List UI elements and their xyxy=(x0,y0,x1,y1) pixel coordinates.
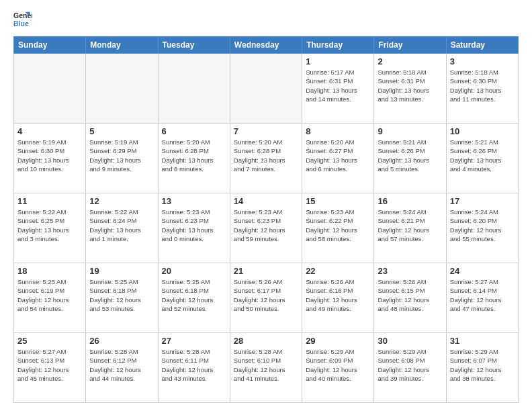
day-detail: Sunrise: 5:25 AM Sunset: 6:18 PM Dayligh… xyxy=(89,277,154,313)
calendar-header-monday: Monday xyxy=(86,37,158,54)
day-detail: Sunrise: 5:18 AM Sunset: 6:30 PM Dayligh… xyxy=(450,68,515,103)
table-row: 25Sunrise: 5:27 AM Sunset: 6:13 PM Dayli… xyxy=(14,333,86,403)
logo: GeneralBlue xyxy=(13,11,32,30)
day-detail: Sunrise: 5:24 AM Sunset: 6:20 PM Dayligh… xyxy=(450,208,515,243)
day-number: 1 xyxy=(306,56,370,66)
day-detail: Sunrise: 5:21 AM Sunset: 6:26 PM Dayligh… xyxy=(378,138,442,173)
day-number: 21 xyxy=(234,266,298,276)
table-row: 22Sunrise: 5:26 AM Sunset: 6:16 PM Dayli… xyxy=(302,263,374,333)
day-detail: Sunrise: 5:18 AM Sunset: 6:31 PM Dayligh… xyxy=(378,68,442,103)
day-detail: Sunrise: 5:22 AM Sunset: 6:25 PM Dayligh… xyxy=(17,208,82,243)
table-row: 10Sunrise: 5:21 AM Sunset: 6:26 PM Dayli… xyxy=(446,124,518,193)
day-detail: Sunrise: 5:29 AM Sunset: 6:07 PM Dayligh… xyxy=(450,347,515,383)
table-row: 4Sunrise: 5:19 AM Sunset: 6:30 PM Daylig… xyxy=(14,124,86,193)
table-row: 20Sunrise: 5:25 AM Sunset: 6:18 PM Dayli… xyxy=(158,263,230,333)
day-detail: Sunrise: 5:27 AM Sunset: 6:13 PM Dayligh… xyxy=(17,347,82,383)
day-number: 22 xyxy=(306,266,370,276)
day-number: 10 xyxy=(450,126,515,136)
day-number: 16 xyxy=(378,196,442,206)
table-row xyxy=(230,54,302,124)
day-number: 5 xyxy=(89,126,154,136)
day-number: 24 xyxy=(450,266,515,276)
table-row: 28Sunrise: 5:28 AM Sunset: 6:10 PM Dayli… xyxy=(230,333,302,403)
calendar-header-row: SundayMondayTuesdayWednesdayThursdayFrid… xyxy=(14,37,519,54)
calendar-table: SundayMondayTuesdayWednesdayThursdayFrid… xyxy=(13,36,519,403)
table-row: 2Sunrise: 5:18 AM Sunset: 6:31 PM Daylig… xyxy=(374,54,446,124)
day-detail: Sunrise: 5:25 AM Sunset: 6:19 PM Dayligh… xyxy=(17,277,82,313)
table-row: 5Sunrise: 5:19 AM Sunset: 6:29 PM Daylig… xyxy=(86,124,158,193)
day-detail: Sunrise: 5:29 AM Sunset: 6:09 PM Dayligh… xyxy=(306,347,370,383)
table-row: 26Sunrise: 5:28 AM Sunset: 6:12 PM Dayli… xyxy=(86,333,158,403)
day-detail: Sunrise: 5:23 AM Sunset: 6:23 PM Dayligh… xyxy=(162,208,226,243)
table-row: 18Sunrise: 5:25 AM Sunset: 6:19 PM Dayli… xyxy=(14,263,86,333)
day-number: 11 xyxy=(17,196,82,206)
table-row: 3Sunrise: 5:18 AM Sunset: 6:30 PM Daylig… xyxy=(446,54,518,124)
day-number: 18 xyxy=(17,266,82,276)
table-row: 1Sunrise: 5:17 AM Sunset: 6:31 PM Daylig… xyxy=(302,54,374,124)
table-row: 13Sunrise: 5:23 AM Sunset: 6:23 PM Dayli… xyxy=(158,193,230,263)
day-number: 25 xyxy=(17,336,82,346)
day-detail: Sunrise: 5:23 AM Sunset: 6:22 PM Dayligh… xyxy=(306,208,370,243)
calendar-header-saturday: Saturday xyxy=(446,37,518,54)
day-number: 20 xyxy=(162,266,226,276)
day-detail: Sunrise: 5:19 AM Sunset: 6:30 PM Dayligh… xyxy=(17,138,82,173)
table-row: 29Sunrise: 5:29 AM Sunset: 6:09 PM Dayli… xyxy=(302,333,374,403)
day-number: 3 xyxy=(450,56,515,66)
day-detail: Sunrise: 5:17 AM Sunset: 6:31 PM Dayligh… xyxy=(306,68,370,103)
day-number: 26 xyxy=(89,336,154,346)
day-number: 28 xyxy=(234,336,298,346)
day-number: 29 xyxy=(306,336,370,346)
table-row: 19Sunrise: 5:25 AM Sunset: 6:18 PM Dayli… xyxy=(86,263,158,333)
table-row: 30Sunrise: 5:29 AM Sunset: 6:08 PM Dayli… xyxy=(374,333,446,403)
calendar-header-sunday: Sunday xyxy=(14,37,86,54)
day-detail: Sunrise: 5:20 AM Sunset: 6:28 PM Dayligh… xyxy=(234,138,298,173)
day-number: 23 xyxy=(378,266,442,276)
day-detail: Sunrise: 5:22 AM Sunset: 6:24 PM Dayligh… xyxy=(89,208,154,243)
calendar-week-0: 1Sunrise: 5:17 AM Sunset: 6:31 PM Daylig… xyxy=(14,54,519,124)
table-row: 17Sunrise: 5:24 AM Sunset: 6:20 PM Dayli… xyxy=(446,193,518,263)
logo-icon: GeneralBlue xyxy=(13,11,32,30)
table-row: 8Sunrise: 5:20 AM Sunset: 6:27 PM Daylig… xyxy=(302,124,374,193)
table-row: 12Sunrise: 5:22 AM Sunset: 6:24 PM Dayli… xyxy=(86,193,158,263)
table-row: 31Sunrise: 5:29 AM Sunset: 6:07 PM Dayli… xyxy=(446,333,518,403)
day-number: 12 xyxy=(89,196,154,206)
table-row: 6Sunrise: 5:20 AM Sunset: 6:28 PM Daylig… xyxy=(158,124,230,193)
table-row: 27Sunrise: 5:28 AM Sunset: 6:11 PM Dayli… xyxy=(158,333,230,403)
calendar-week-2: 11Sunrise: 5:22 AM Sunset: 6:25 PM Dayli… xyxy=(14,193,519,263)
day-detail: Sunrise: 5:20 AM Sunset: 6:28 PM Dayligh… xyxy=(162,138,226,173)
header: GeneralBlue xyxy=(13,11,519,30)
table-row: 23Sunrise: 5:26 AM Sunset: 6:15 PM Dayli… xyxy=(374,263,446,333)
day-number: 4 xyxy=(17,126,82,136)
day-detail: Sunrise: 5:28 AM Sunset: 6:10 PM Dayligh… xyxy=(234,347,298,383)
day-number: 2 xyxy=(378,56,442,66)
calendar-week-3: 18Sunrise: 5:25 AM Sunset: 6:19 PM Dayli… xyxy=(14,263,519,333)
calendar-header-tuesday: Tuesday xyxy=(158,37,230,54)
table-row: 21Sunrise: 5:26 AM Sunset: 6:17 PM Dayli… xyxy=(230,263,302,333)
page: GeneralBlue SundayMondayTuesdayWednesday… xyxy=(0,0,532,411)
table-row: 9Sunrise: 5:21 AM Sunset: 6:26 PM Daylig… xyxy=(374,124,446,193)
table-row: 24Sunrise: 5:27 AM Sunset: 6:14 PM Dayli… xyxy=(446,263,518,333)
day-detail: Sunrise: 5:26 AM Sunset: 6:15 PM Dayligh… xyxy=(378,277,442,313)
day-detail: Sunrise: 5:29 AM Sunset: 6:08 PM Dayligh… xyxy=(378,347,442,383)
day-detail: Sunrise: 5:25 AM Sunset: 6:18 PM Dayligh… xyxy=(162,277,226,313)
day-detail: Sunrise: 5:27 AM Sunset: 6:14 PM Dayligh… xyxy=(450,277,515,313)
day-number: 7 xyxy=(234,126,298,136)
day-number: 27 xyxy=(162,336,226,346)
day-number: 19 xyxy=(89,266,154,276)
day-detail: Sunrise: 5:20 AM Sunset: 6:27 PM Dayligh… xyxy=(306,138,370,173)
calendar-header-thursday: Thursday xyxy=(302,37,374,54)
day-detail: Sunrise: 5:19 AM Sunset: 6:29 PM Dayligh… xyxy=(89,138,154,173)
calendar-header-wednesday: Wednesday xyxy=(230,37,302,54)
table-row: 14Sunrise: 5:23 AM Sunset: 6:23 PM Dayli… xyxy=(230,193,302,263)
table-row xyxy=(86,54,158,124)
day-detail: Sunrise: 5:24 AM Sunset: 6:21 PM Dayligh… xyxy=(378,208,442,243)
calendar-header-friday: Friday xyxy=(374,37,446,54)
day-number: 14 xyxy=(234,196,298,206)
day-detail: Sunrise: 5:26 AM Sunset: 6:16 PM Dayligh… xyxy=(306,277,370,313)
svg-text:Blue: Blue xyxy=(13,19,29,28)
day-detail: Sunrise: 5:28 AM Sunset: 6:12 PM Dayligh… xyxy=(89,347,154,383)
table-row: 15Sunrise: 5:23 AM Sunset: 6:22 PM Dayli… xyxy=(302,193,374,263)
day-detail: Sunrise: 5:21 AM Sunset: 6:26 PM Dayligh… xyxy=(450,138,515,173)
table-row: 11Sunrise: 5:22 AM Sunset: 6:25 PM Dayli… xyxy=(14,193,86,263)
day-number: 13 xyxy=(162,196,226,206)
